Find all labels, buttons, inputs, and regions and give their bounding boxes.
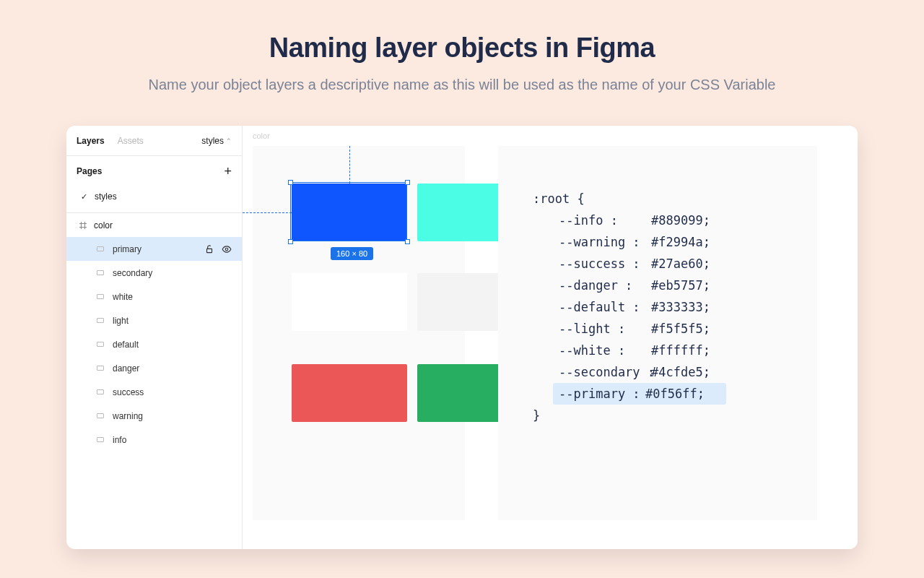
code-var-line: --success :#27ae60;	[533, 253, 797, 275]
css-var-name: --danger :	[559, 275, 651, 296]
selection-handle[interactable]	[288, 180, 293, 185]
figma-window: Layers Assets styles ⌃ Pages + ✓ styles …	[66, 126, 858, 549]
frame-name: color	[94, 220, 113, 230]
code-output-panel: :root { --info :#889099;--warning :#f299…	[498, 146, 817, 520]
selection-handle[interactable]	[405, 180, 410, 185]
layer-actions	[204, 244, 242, 254]
css-var-name: --primary :	[559, 383, 645, 405]
layer-name: secondary	[113, 268, 152, 278]
layer-row-primary[interactable]: primary	[66, 237, 242, 261]
layer-name: default	[113, 340, 139, 350]
selection-handle[interactable]	[405, 239, 410, 244]
svg-rect-0	[207, 249, 212, 252]
unlock-icon[interactable]	[204, 244, 214, 254]
code-var-line: --secondary :#4cfde5;	[533, 361, 797, 383]
css-var-value: #27ae60;	[651, 253, 710, 275]
rectangle-icon	[97, 342, 104, 347]
layer-name: success	[113, 387, 144, 397]
swatch-white[interactable]	[292, 273, 407, 331]
layer-name: danger	[113, 363, 139, 374]
alignment-guide	[349, 146, 350, 184]
doc-name-dropdown[interactable]: styles ⌃	[201, 136, 232, 146]
css-var-name: --info :	[559, 210, 651, 231]
artboard[interactable]: 160 × 80	[253, 146, 465, 520]
rectangle-icon	[97, 246, 104, 251]
code-var-line: --default :#333333;	[533, 296, 797, 318]
layer-row-warning[interactable]: warning	[66, 404, 242, 428]
tab-assets[interactable]: Assets	[118, 136, 144, 146]
css-var-name: --warning :	[559, 231, 651, 253]
css-var-name: --success :	[559, 253, 651, 275]
css-var-value: #f2994a;	[651, 231, 710, 253]
layer-name: primary	[113, 244, 141, 254]
layer-name: info	[113, 435, 126, 445]
css-var-value: #333333;	[651, 296, 710, 318]
code-var-line: --white :#ffffff;	[533, 340, 797, 361]
page-subtitle: Name your object layers a descriptive na…	[0, 77, 924, 93]
frame-icon	[79, 222, 87, 229]
css-var-name: --secondary :	[559, 361, 651, 383]
checkmark-icon: ✓	[81, 193, 87, 201]
layer-row-info[interactable]: info	[66, 428, 242, 452]
rectangle-icon	[97, 366, 104, 371]
layer-row-white[interactable]: white	[66, 285, 242, 309]
code-var-line: --info :#889099;	[533, 210, 797, 231]
svg-point-1	[225, 248, 228, 251]
page-title: Naming layer objects in Figma	[0, 33, 924, 64]
rectangle-icon	[97, 389, 104, 394]
css-var-value: #4cfde5;	[651, 361, 710, 383]
css-var-name: --default :	[559, 296, 651, 318]
layer-row-danger[interactable]: danger	[66, 356, 242, 380]
code-var-line: --warning :#f2994a;	[533, 231, 797, 253]
selection-handle[interactable]	[288, 239, 293, 244]
rectangle-icon	[97, 413, 104, 418]
selection-outline	[290, 182, 407, 241]
layer-row-secondary[interactable]: secondary	[66, 261, 242, 285]
layer-row-light[interactable]: light	[66, 309, 242, 332]
doc-name-label: styles	[201, 136, 224, 146]
page-item[interactable]: ✓ styles	[66, 186, 242, 207]
alignment-guide	[243, 212, 292, 213]
rectangle-icon	[97, 437, 104, 442]
layer-row-default[interactable]: default	[66, 332, 242, 356]
layer-row-success[interactable]: success	[66, 380, 242, 404]
css-var-name: --white :	[559, 340, 651, 361]
tab-layers[interactable]: Layers	[77, 136, 105, 146]
css-var-value: #889099;	[651, 210, 710, 231]
layer-name: light	[113, 316, 128, 326]
chevron-up-icon: ⌃	[226, 137, 232, 144]
layers-sidebar: Layers Assets styles ⌃ Pages + ✓ styles …	[66, 126, 243, 549]
code-var-line: --primary :#0f56ff;	[553, 383, 726, 405]
pages-label: Pages	[77, 166, 102, 176]
layer-name: white	[113, 292, 133, 302]
canvas[interactable]: color 160 × 80 :root { --info :#889099;-…	[243, 126, 858, 549]
layer-name: warning	[113, 411, 143, 421]
code-line: :root {	[533, 188, 797, 210]
swatch-danger[interactable]	[292, 364, 407, 422]
add-page-button[interactable]: +	[224, 165, 232, 178]
code-var-line: --light :#f5f5f5;	[533, 318, 797, 340]
rectangle-icon	[97, 294, 104, 299]
selection-dimensions: 160 × 80	[331, 247, 373, 260]
eye-icon[interactable]	[222, 244, 232, 254]
css-var-value: #f5f5f5;	[651, 318, 710, 340]
page-name: styles	[95, 191, 117, 202]
css-var-value: #ffffff;	[651, 340, 710, 361]
frame-row[interactable]: color	[66, 213, 242, 237]
code-var-line: --danger :#eb5757;	[533, 275, 797, 296]
css-var-value: #eb5757;	[651, 275, 710, 296]
code-line: }	[533, 405, 797, 426]
css-var-value: #0f56ff;	[645, 383, 705, 405]
rectangle-icon	[97, 318, 104, 323]
rectangle-icon	[97, 270, 104, 275]
css-var-name: --light :	[559, 318, 651, 340]
frame-label: color	[253, 131, 270, 140]
